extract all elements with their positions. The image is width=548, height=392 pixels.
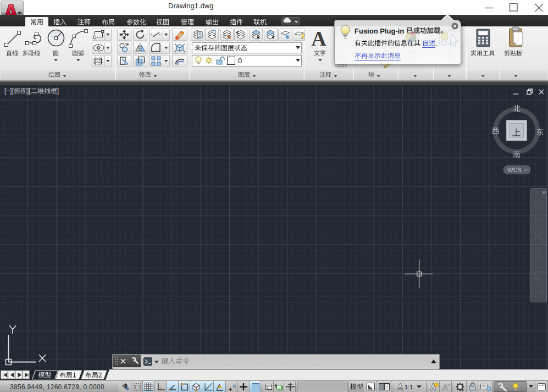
- svg-text:1:1: 1:1: [405, 384, 413, 390]
- svg-text:WCS: WCS: [507, 167, 522, 173]
